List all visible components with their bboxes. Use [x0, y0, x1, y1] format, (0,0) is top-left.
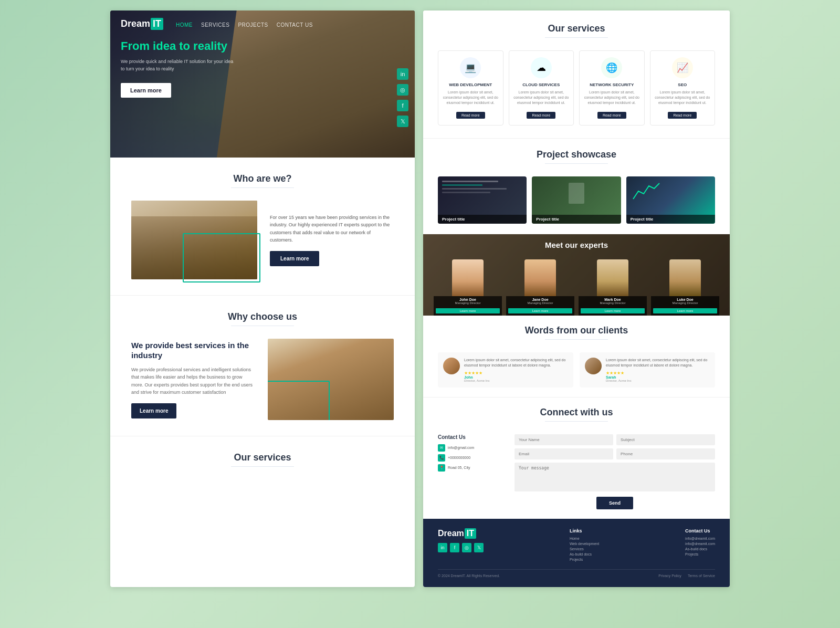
footer-contact-col: Contact Us info@dreamit.com info@dreamit… [685, 528, 715, 563]
network-icon: 🌐 [601, 57, 622, 78]
subject-input[interactable] [616, 434, 715, 445]
experts-grid: John Doe Managing Director Learn more Ja… [423, 259, 730, 316]
project-card-1[interactable]: Project title [438, 176, 527, 224]
logo-dream: Dream [121, 18, 150, 29]
footer-link-services[interactable]: Services [570, 547, 599, 551]
meet-experts-section: Meet our experts John Doe Managing Direc… [423, 234, 730, 316]
logo-it: IT [151, 18, 163, 30]
testimonial-1-text: Lorem ipsum dolor sit amet, consectetur … [464, 358, 568, 368]
nav-projects[interactable]: PROJECTS [238, 22, 268, 28]
why-title: Why choose us [131, 311, 394, 322]
footer-logo-dream: Dream [438, 529, 464, 538]
contact-phone-item: 📞 +0000000000 [438, 454, 506, 462]
connect-title: Connect with us [438, 407, 715, 418]
clients-title: Words from our clients [438, 325, 715, 336]
nav-contact[interactable]: CONTACT US [277, 22, 313, 28]
why-learn-more-button[interactable]: Learn more [131, 403, 176, 418]
footer-facebook-icon[interactable]: f [450, 543, 459, 552]
seo-title: SEO [655, 82, 711, 87]
expert-2-info: Jane Doe Managing Director Learn more [506, 296, 574, 316]
contact-form: Send [514, 434, 715, 509]
send-button[interactable]: Send [596, 497, 633, 509]
who-content: For over 15 years we have been providing… [131, 201, 394, 279]
phone-input[interactable] [616, 448, 715, 459]
project-3-label: Project title [626, 215, 715, 224]
nav-services[interactable]: SERVICES [201, 22, 229, 28]
who-image-inner [131, 201, 257, 279]
project-card-2[interactable]: Project title [532, 176, 621, 224]
footer-contact-list: info@dreamit.com info@dreamit.com As-bui… [685, 537, 715, 556]
footer-contact-2: info@dreamit.com [685, 542, 715, 546]
expert-4-btn[interactable]: Learn more [653, 308, 717, 313]
footer-link-asbuild[interactable]: As-build docs [570, 552, 599, 556]
footer: Dream IT in f ◎ 𝕏 Links Home Web develop… [423, 519, 730, 587]
web-dev-desc: Lorem ipsum dolor sit amet, consectetur … [443, 90, 499, 105]
expert-card-3: Mark Doe Managing Director Learn more [579, 259, 647, 316]
hero-learn-more-button[interactable]: Learn more [121, 83, 171, 98]
hero-social: in ◎ f 𝕏 [397, 68, 408, 127]
expert-card-2: Jane Doe Managing Director Learn more [506, 259, 574, 316]
footer-legal-links: Privacy Policy Terms of Service [658, 574, 715, 578]
services-bottom-divider [231, 466, 294, 467]
who-learn-more-button[interactable]: Learn more [270, 251, 319, 266]
project-card-3[interactable]: Project title [626, 176, 715, 224]
expert-1-photo [452, 259, 484, 296]
expert-1-btn[interactable]: Learn more [436, 308, 500, 313]
testimonial-1-content: Lorem ipsum dolor sit amet, consectetur … [464, 358, 568, 382]
projects-divider [545, 163, 608, 164]
why-choose-us-section: Why choose us We provide best services i… [110, 295, 415, 436]
web-dev-btn[interactable]: Read more [456, 112, 485, 119]
expert-3-btn[interactable]: Learn more [581, 308, 645, 313]
testimonial-2-text: Lorem ipsum dolor sit amet, consectetur … [606, 358, 710, 368]
service-card-cloud: ☁ CLOUD SERVICES Lorem ipsum dolor sit a… [509, 50, 574, 125]
footer-link-projects[interactable]: Projects [570, 558, 599, 561]
facebook-icon[interactable]: f [397, 100, 408, 111]
contact-phone: +0000000000 [448, 456, 470, 459]
footer-bottom: © 2024 DreamIT. All Rights Reserved. Pri… [438, 569, 715, 578]
email-input[interactable] [514, 448, 613, 459]
testimonial-1-stars: ★★★★★ [464, 371, 568, 375]
testimonial-1: Lorem ipsum dolor sit amet, consectetur … [438, 352, 573, 388]
message-textarea[interactable] [514, 463, 715, 491]
hero-subtitle: We provide quick and reliable IT solutio… [121, 58, 236, 72]
twitter-icon[interactable]: 𝕏 [397, 116, 408, 127]
why-heading: We provide best services in the industry [131, 340, 255, 361]
footer-linkedin-icon[interactable]: in [438, 543, 447, 552]
instagram-icon[interactable]: ◎ [397, 84, 408, 96]
cloud-icon: ☁ [531, 57, 552, 78]
service-card-seo: 📈 SEO Lorem ipsum dolor sit amet, consec… [650, 50, 716, 125]
footer-link-home[interactable]: Home [570, 537, 599, 540]
network-btn[interactable]: Read more [597, 112, 626, 119]
why-image-inner [268, 339, 394, 420]
project-2-label: Project title [532, 215, 621, 224]
expert-card-1: John Doe Managing Director Learn more [434, 259, 502, 316]
nav-home[interactable]: HOME [176, 22, 193, 28]
expert-2-btn[interactable]: Learn more [508, 308, 572, 313]
footer-instagram-icon[interactable]: ◎ [462, 543, 471, 552]
testimonial-2-name: Sarah [606, 375, 710, 379]
why-text: We provide best services in the industry… [131, 340, 255, 419]
project-3-visual [626, 176, 715, 208]
cloud-title: CLOUD SERVICES [513, 82, 570, 87]
location-icon: 📍 [438, 464, 445, 472]
linkedin-icon[interactable]: in [397, 68, 408, 80]
clients-divider [545, 339, 608, 340]
terms-link[interactable]: Terms of Service [688, 574, 715, 578]
footer-logo-it: IT [465, 528, 476, 539]
footer-link-webdev[interactable]: Web development [570, 542, 599, 546]
services-divider [545, 37, 608, 38]
form-row-1 [514, 434, 715, 445]
testimonials-grid: Lorem ipsum dolor sit amet, consectetur … [438, 352, 715, 388]
cloud-btn[interactable]: Read more [527, 112, 555, 119]
footer-content: Dream IT in f ◎ 𝕏 Links Home Web develop… [438, 528, 715, 563]
expert-4-info: Luke Doe Managing Director Learn more [651, 296, 719, 316]
footer-links-list: Home Web development Services As-build d… [570, 537, 599, 561]
name-input[interactable] [514, 434, 613, 445]
hero-title: From idea to reality [121, 39, 236, 53]
expert-2-name: Jane Doe [508, 298, 572, 301]
privacy-link[interactable]: Privacy Policy [658, 574, 681, 578]
seo-btn[interactable]: Read more [668, 112, 697, 119]
projects-title: Project showcase [438, 149, 715, 160]
footer-twitter-icon[interactable]: 𝕏 [474, 543, 484, 552]
expert-1-name: John Doe [436, 298, 500, 301]
